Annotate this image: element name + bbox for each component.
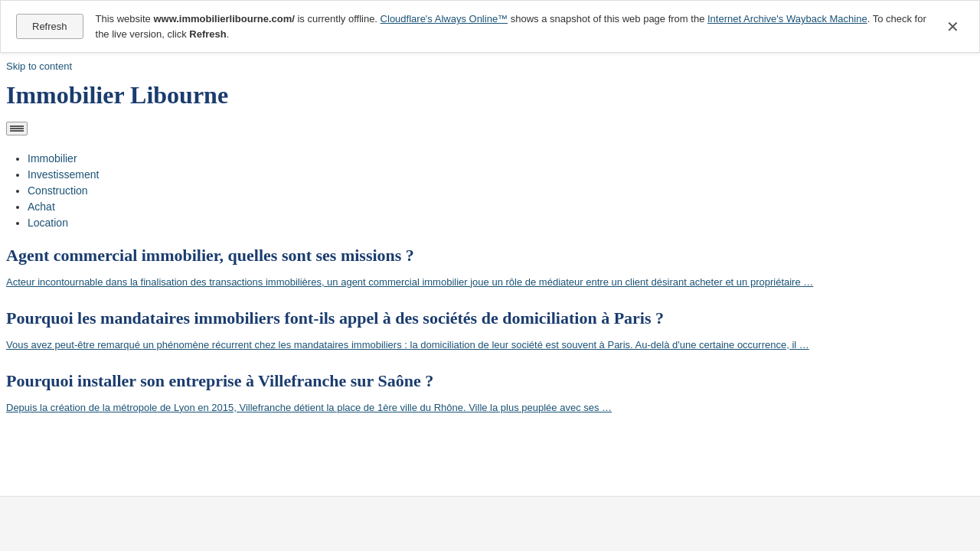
- article-excerpt-3[interactable]: Depuis la création de la métropole de Ly…: [6, 400, 974, 416]
- banner-period: .: [227, 28, 230, 40]
- nav-item-construction[interactable]: Construction: [28, 184, 88, 197]
- banner-text-after: is currently offline.: [295, 13, 381, 24]
- banner-text-middle: shows a snapshot of this web page from t…: [508, 13, 707, 24]
- article-title-1[interactable]: Agent commercial immobilier, quelles son…: [6, 245, 974, 267]
- article-title-2[interactable]: Pourquoi les mandataires immobiliers fon…: [6, 308, 974, 330]
- banner-text-before: This website: [96, 13, 154, 24]
- banner-domain: www.immobilierlibourne.com/: [153, 13, 294, 24]
- skip-to-content-link[interactable]: Skip to content: [6, 60, 974, 72]
- nav-item-location[interactable]: Location: [28, 217, 68, 229]
- menu-toggle-mid-bar: [10, 128, 24, 129]
- article-excerpt-1[interactable]: Acteur incontournable dans la finalisati…: [6, 275, 974, 290]
- article-section-1: Agent commercial immobilier, quelles son…: [6, 245, 974, 289]
- refresh-button[interactable]: Refresh: [16, 14, 83, 39]
- navigation-list: ImmobilierInvestissementConstructionAcha…: [6, 152, 974, 230]
- article-excerpt-2[interactable]: Vous avez peut-être remarqué un phénomèn…: [6, 337, 974, 353]
- cloudflare-banner: Refresh This website www.immobilierlibou…: [0, 0, 980, 53]
- article-section-2: Pourquoi les mandataires immobiliers fon…: [6, 308, 974, 352]
- cloudflare-link[interactable]: Cloudflare's Always Online™: [381, 13, 508, 24]
- article-title-3[interactable]: Pourquoi installer son entreprise à Vill…: [6, 370, 974, 393]
- footer-gray-bar: [0, 496, 980, 551]
- banner-refresh-inline: Refresh: [189, 28, 226, 40]
- article-section-3: Pourquoi installer son entreprise à Vill…: [6, 370, 974, 415]
- site-title[interactable]: Immobilier Libourne: [6, 81, 228, 109]
- nav-item-achat[interactable]: Achat: [28, 201, 55, 213]
- menu-toggle-button[interactable]: [6, 122, 28, 135]
- banner-text: This website www.immobilierlibourne.com/…: [96, 11, 929, 41]
- archive-link[interactable]: Internet Archive's Wayback Machine: [707, 13, 867, 24]
- main-content: Skip to content Immobilier Libourne Immo…: [0, 53, 980, 441]
- close-icon[interactable]: ✕: [942, 19, 964, 34]
- nav-item-immobilier[interactable]: Immobilier: [28, 152, 77, 165]
- nav-item-investissement[interactable]: Investissement: [28, 168, 99, 181]
